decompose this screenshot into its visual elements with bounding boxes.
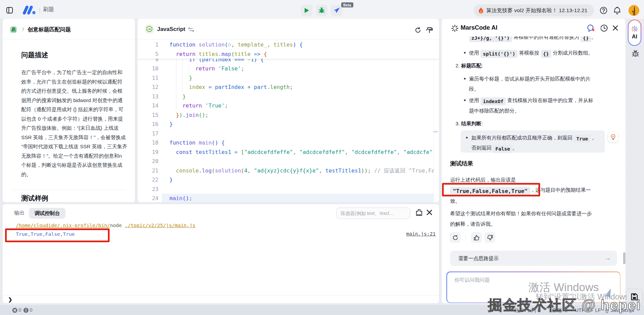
thumbs-down-button[interactable] xyxy=(485,232,495,243)
code-line-1[interactable]: 1function solution(n, template_, titles)… xyxy=(138,40,439,50)
bullet-dot xyxy=(466,137,468,138)
code-line-12[interactable]: 12 index = partIndex + part.length; xyxy=(138,83,434,92)
javascript-icon: JS xyxy=(145,25,154,33)
errors-icon xyxy=(12,308,18,313)
problem-header: 易 7 创意标题匹配问题 xyxy=(3,19,135,39)
problem-text-line: 在广告平台中，为了给广告主一定的自由性和 xyxy=(21,68,127,77)
background-plus-pattern: + xyxy=(628,191,631,196)
code-line-14[interactable]: 14 return 'True'; xyxy=(138,101,434,111)
line-number: 11 xyxy=(138,73,158,83)
switch-language-icon[interactable] xyxy=(188,27,194,32)
editor-header: JS JavaScript xyxy=(138,19,439,39)
background-plus-pattern: + xyxy=(628,100,631,104)
chat-scrollbar-thumb[interactable] xyxy=(623,252,625,264)
background-plus-pattern: + xyxy=(628,105,631,109)
regenerate-button[interactable] xyxy=(450,232,461,243)
line-number: 12 xyxy=(138,83,158,92)
avatar[interactable] xyxy=(628,5,639,16)
background-plus-pattern: + xyxy=(628,181,631,185)
console-output: True,True,False,True xyxy=(16,230,75,238)
ai-assistant-panel: MarsCode AI 如果所有片段都匹配成功且顺序正确，则返回 True，否则… xyxy=(442,19,625,303)
filter-input[interactable] xyxy=(336,208,410,219)
problem-text-line: 配符（通配符是用成对 {} 括起来的字符串，可 xyxy=(21,105,127,114)
code-chip: split('{}') xyxy=(480,50,518,58)
line-number: 13 xyxy=(138,92,158,101)
clear-console-icon[interactable] xyxy=(415,209,423,216)
code-line-15[interactable]: 15 }).join(); xyxy=(138,111,434,120)
code-line-23[interactable]: 23 xyxy=(138,185,434,194)
submit-button[interactable] xyxy=(331,5,342,16)
contest-banner[interactable]: 算法竞技赛 vol2 开始报名啦！ 12.13-12.21 xyxy=(474,4,594,17)
top-bar: 刷题 Beta 算法竞技赛 vol2 开始报名啦！ 12.13-12.21 xyxy=(0,0,644,19)
code-text: } xyxy=(170,120,173,129)
code-line-11[interactable]: 11 } xyxy=(138,73,434,83)
code-line-13[interactable]: 13 } xyxy=(138,92,434,101)
background-plus-pattern: + xyxy=(628,224,631,228)
history-icon[interactable] xyxy=(600,24,608,32)
code-chip: "True,False,False,True" xyxy=(450,187,530,196)
code-line-19[interactable]: 19 const testTitles1 = ["adcdcefdfeffe",… xyxy=(138,148,434,157)
help-icon[interactable] xyxy=(600,7,607,14)
chat-line: zJ+}/g, '{}') 将模板中的所有通配符替换为 {}。 xyxy=(469,36,596,42)
language-selector[interactable]: JavaScript xyxy=(157,19,185,39)
code-line-24[interactable]: 24main(); xyxy=(138,194,434,202)
problem-panel: 易 7 创意标题匹配问题 问题描述 在广告平台中，为了给广告主一定的自由性和效率… xyxy=(3,19,135,202)
background-plus-pattern: + xyxy=(628,240,631,244)
background-plus-pattern: + xyxy=(628,132,631,136)
warnings-icon xyxy=(23,308,29,313)
chat-messages[interactable]: 如果所有片段都匹配成功且顺序正确，则返回 True，否则返回 False。 测试… xyxy=(442,36,625,249)
background-plus-pattern: + xyxy=(628,164,631,169)
hint-suggestion-button[interactable]: 需要一点思路提示 → xyxy=(450,251,617,266)
code-text: } xyxy=(170,73,192,83)
editor-panel: JS JavaScript 9 if (partIndex === -1) {1… xyxy=(138,19,439,202)
marscode-logo[interactable] xyxy=(22,6,36,14)
report-bug-icon[interactable] xyxy=(631,49,640,58)
source-link[interactable]: main.js:21 xyxy=(406,231,436,237)
run-button[interactable] xyxy=(301,5,313,16)
sidebar-toggle-icon[interactable] xyxy=(6,7,13,13)
problem-text-line: “帝国时代游戏下载上线送 SSR 英雄，三天集齐 xyxy=(21,142,127,151)
code-line-21[interactable]: 21 console.log(solution(4, "ad{xyz}cdc{y… xyxy=(138,166,434,176)
code-line-10[interactable]: 10 return 'False'; xyxy=(138,64,434,73)
debug-button[interactable] xyxy=(316,5,327,16)
code-area[interactable]: 9 if (partIndex === -1) {10 return 'Fals… xyxy=(138,40,434,202)
problem-text-line: 效率，允许广告主在创造标题的时候以通配符 xyxy=(21,77,127,87)
chat-input-placeholder: 你可以问我问题 xyxy=(455,277,490,283)
console-command: /home/cloudide/.nix-profile/bin/node ./t… xyxy=(16,222,196,229)
problem-index: 7 xyxy=(22,26,24,33)
code-line-18[interactable]: 18function main() { xyxy=(138,138,434,148)
new-chat-icon[interactable] xyxy=(587,24,595,32)
line-number: 5 xyxy=(138,50,158,59)
close-panel-icon[interactable] xyxy=(426,209,433,216)
tab-output[interactable]: 输出 xyxy=(14,210,25,217)
code-line-20[interactable]: 20 xyxy=(138,157,434,166)
editor-scrollbar-thumb[interactable] xyxy=(433,131,438,132)
test-result-heading: 测试结果 xyxy=(450,160,473,167)
background-plus-pattern: + xyxy=(628,111,631,115)
code-line-5[interactable]: 5 return titles.map(title => { xyxy=(138,50,439,59)
ai-rail-label: AI xyxy=(632,34,637,40)
play-icon xyxy=(304,7,310,13)
background-plus-pattern: + xyxy=(628,143,631,147)
line-number: 24 xyxy=(138,194,158,202)
lightbulb-button[interactable] xyxy=(608,132,618,142)
console-prompt[interactable]: ❯ xyxy=(8,296,12,303)
background-plus-pattern: + xyxy=(628,256,631,260)
problem-title: 创意标题匹配问题 xyxy=(28,26,71,33)
code-text: return titles.map(title => { xyxy=(170,50,267,59)
notifications-icon[interactable] xyxy=(613,6,621,14)
code-line-16[interactable]: 16} xyxy=(138,120,434,129)
divider xyxy=(12,190,126,190)
arrow-right-icon: → xyxy=(605,251,611,266)
ai-rail-button[interactable]: AI xyxy=(628,20,641,46)
tab-debug-console[interactable]: 调试控制台 xyxy=(29,208,65,219)
problem-text-line: SSR 英雄，三天集齐无敌阵容！”，会被替换成 xyxy=(21,133,127,142)
code-line-22[interactable]: 22} xyxy=(138,175,434,185)
thumbs-up-button[interactable] xyxy=(471,232,482,243)
magic-sparkle-icon xyxy=(631,26,638,32)
format-code-icon[interactable] xyxy=(426,27,433,34)
background-plus-pattern: + xyxy=(628,154,631,158)
close-ai-icon[interactable] xyxy=(612,25,618,31)
code-line-17[interactable]: 17 xyxy=(138,129,434,138)
reset-code-icon[interactable] xyxy=(415,27,421,33)
